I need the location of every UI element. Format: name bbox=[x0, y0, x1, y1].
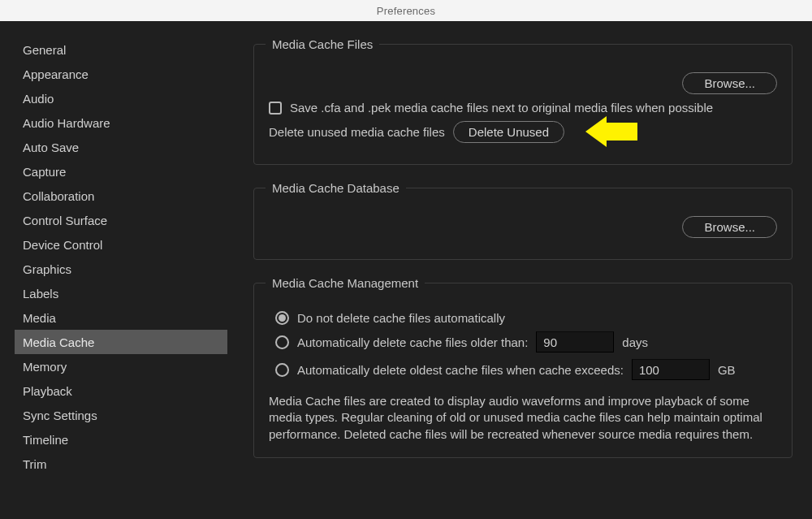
sidebar-item-trim[interactable]: Trim bbox=[15, 452, 227, 476]
radio-do-not-delete-label: Do not delete cache files automatically bbox=[297, 311, 505, 325]
save-next-to-original-checkbox[interactable] bbox=[269, 102, 282, 115]
sidebar-item-label: Capture bbox=[23, 165, 66, 179]
sidebar-item-label: Sync Settings bbox=[23, 409, 97, 422]
sidebar-item-label: Trim bbox=[23, 457, 46, 471]
browse-cache-files-button[interactable]: Browse... bbox=[682, 72, 777, 94]
group-media-cache-management: Media Cache Management Do not delete cac… bbox=[253, 276, 793, 458]
preferences-body: GeneralAppearanceAudioAudio HardwareAuto… bbox=[0, 21, 812, 519]
sidebar-item-general[interactable]: General bbox=[15, 37, 227, 62]
sidebar-item-label: Audio bbox=[23, 92, 54, 106]
radio-cache-exceeds-label: Automatically delete oldest cache files … bbox=[297, 363, 624, 377]
group-legend-files: Media Cache Files bbox=[266, 37, 379, 51]
window-title: Preferences bbox=[377, 5, 435, 17]
sidebar-item-memory[interactable]: Memory bbox=[15, 354, 227, 378]
radio-cache-exceeds[interactable] bbox=[275, 363, 289, 377]
sidebar-item-label: Appearance bbox=[23, 67, 89, 81]
sidebar-item-labels[interactable]: Labels bbox=[15, 281, 227, 305]
radio-older-than-label: Automatically delete cache files older t… bbox=[297, 335, 528, 349]
sidebar-item-auto-save[interactable]: Auto Save bbox=[15, 135, 227, 159]
delete-unused-button[interactable]: Delete Unused bbox=[453, 121, 564, 143]
sidebar-item-label: Graphics bbox=[23, 262, 71, 276]
sidebar-item-label: Audio Hardware bbox=[23, 116, 110, 130]
sidebar-item-timeline[interactable]: Timeline bbox=[15, 427, 227, 452]
sidebar-item-control-surface[interactable]: Control Surface bbox=[15, 208, 227, 232]
sidebar-item-label: Control Surface bbox=[23, 214, 107, 227]
sidebar-item-label: Labels bbox=[23, 287, 58, 301]
older-than-unit: days bbox=[622, 335, 648, 349]
sidebar-item-graphics[interactable]: Graphics bbox=[15, 257, 227, 281]
group-media-cache-files: Media Cache Files Browse... Save .cfa an… bbox=[253, 37, 793, 165]
sidebar-item-device-control[interactable]: Device Control bbox=[15, 232, 227, 257]
window-titlebar: Preferences bbox=[0, 0, 812, 21]
sidebar-item-audio-hardware[interactable]: Audio Hardware bbox=[15, 110, 227, 135]
sidebar-item-label: Device Control bbox=[23, 238, 102, 252]
sidebar-item-label: Auto Save bbox=[23, 141, 79, 154]
sidebar-item-sync-settings[interactable]: Sync Settings bbox=[15, 403, 227, 427]
sidebar-item-label: Collaboration bbox=[23, 189, 94, 203]
browse-cache-database-button[interactable]: Browse... bbox=[682, 216, 777, 238]
sidebar-item-media-cache[interactable]: Media Cache bbox=[15, 330, 227, 354]
older-than-days-input[interactable] bbox=[536, 331, 614, 352]
callout-arrow-icon bbox=[585, 116, 637, 147]
management-description: Media Cache files are created to display… bbox=[269, 393, 777, 443]
sidebar-item-media[interactable]: Media bbox=[15, 305, 227, 330]
sidebar-item-label: Playback bbox=[23, 384, 72, 398]
sidebar-item-appearance[interactable]: Appearance bbox=[15, 62, 227, 86]
sidebar-item-collaboration[interactable]: Collaboration bbox=[15, 184, 227, 208]
delete-unused-label: Delete unused media cache files bbox=[269, 125, 445, 139]
radio-older-than[interactable] bbox=[275, 335, 289, 349]
sidebar-item-label: Timeline bbox=[23, 433, 68, 447]
cache-exceeds-unit: GB bbox=[718, 363, 736, 377]
preferences-main: Media Cache Files Browse... Save .cfa an… bbox=[227, 37, 797, 519]
save-next-to-original-label: Save .cfa and .pek media cache files nex… bbox=[290, 101, 713, 115]
group-media-cache-database: Media Cache Database Browse... bbox=[253, 181, 793, 260]
radio-do-not-delete[interactable] bbox=[275, 311, 289, 325]
sidebar-item-audio[interactable]: Audio bbox=[15, 86, 227, 110]
group-legend-database: Media Cache Database bbox=[266, 181, 406, 195]
cache-exceeds-gb-input[interactable] bbox=[632, 359, 710, 380]
sidebar-item-label: Memory bbox=[23, 360, 67, 374]
sidebar-item-playback[interactable]: Playback bbox=[15, 378, 227, 403]
group-legend-management: Media Cache Management bbox=[266, 276, 425, 290]
sidebar-item-label: Media bbox=[23, 311, 56, 325]
sidebar-item-capture[interactable]: Capture bbox=[15, 159, 227, 184]
preferences-sidebar: GeneralAppearanceAudioAudio HardwareAuto… bbox=[15, 37, 227, 519]
sidebar-item-label: Media Cache bbox=[23, 335, 94, 349]
sidebar-item-label: General bbox=[23, 43, 66, 57]
